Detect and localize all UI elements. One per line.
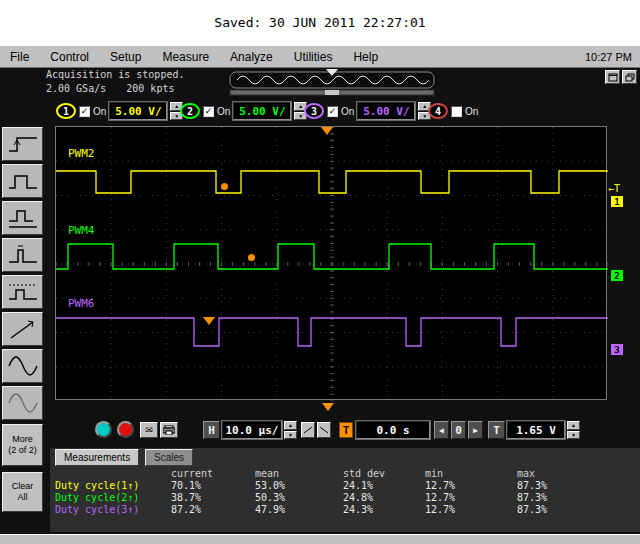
saved-text: Saved: 30 JUN 2011 22:27:01 — [214, 15, 425, 30]
timebase-value[interactable]: 10.0 µs/ — [222, 421, 282, 439]
trigger-pattern-button[interactable] — [2, 201, 43, 235]
acquisition-status: Acquisition is stopped. — [46, 69, 184, 80]
trigger-level-value[interactable]: 1.65 V — [507, 421, 565, 439]
time-reference-button[interactable]: T — [339, 422, 353, 438]
menu-help[interactable]: Help — [351, 49, 380, 65]
oscilloscope-screen: Saved: 30 JUN 2011 22:27:01 File Control… — [0, 0, 640, 544]
more-page-label: (2 of 2) — [8, 445, 37, 456]
channel-4-badge[interactable]: 4 — [428, 103, 448, 119]
menu-analyze[interactable]: Analyze — [228, 49, 275, 65]
channel-4-on-checkbox[interactable] — [451, 106, 462, 117]
ground-marker-ch3[interactable]: 3 — [611, 344, 623, 355]
channel-2-badge[interactable]: 2 — [180, 103, 200, 119]
print-button[interactable] — [160, 422, 178, 438]
value-stddev: 24.3% — [343, 504, 425, 516]
printer-icon — [163, 425, 175, 435]
more-button[interactable]: More (2 of 2) — [2, 424, 43, 466]
menu-setup[interactable]: Setup — [108, 49, 143, 65]
spinner-down-icon[interactable]: ▼ — [567, 431, 580, 440]
waveform-display: PWM2 PWM4 PWM6 — [55, 126, 607, 400]
col-min: min — [425, 468, 517, 480]
window-minimize-button[interactable] — [605, 70, 620, 84]
email-button[interactable]: ✉ — [140, 422, 158, 438]
channel-1-scale[interactable]: 5.00 V/ — [109, 102, 167, 120]
delay-right-button[interactable]: ▶ — [468, 421, 483, 439]
measurement-marker-ch3[interactable] — [203, 317, 215, 325]
trigger-pulse-button[interactable] — [2, 164, 43, 198]
trigger-edge-button[interactable] — [2, 127, 43, 161]
value-max: 87.3% — [517, 480, 635, 492]
delay-zero-button[interactable]: 0 — [451, 421, 466, 439]
zoom-out-button[interactable] — [301, 422, 315, 438]
zoom-in-icon — [319, 425, 329, 435]
trigger-glitch-button[interactable] — [2, 238, 43, 272]
delay-reference-marker[interactable] — [322, 403, 334, 411]
value-current: 70.1% — [171, 480, 255, 492]
value-mean: 50.3% — [255, 492, 343, 504]
channel-2-scale[interactable]: 5.00 V/ — [233, 102, 291, 120]
value-stddev: 24.1% — [343, 480, 425, 492]
clear-all-label: All — [17, 492, 27, 503]
timebase-spinner[interactable]: ▲ ▼ — [284, 421, 297, 439]
channel-4-number: 4 — [435, 106, 441, 117]
channel-4-controls: 4 On — [428, 100, 478, 122]
delay-value[interactable]: 0.0 s — [356, 421, 430, 439]
horizontal-menu-button[interactable]: H — [203, 421, 220, 439]
trigger-level-spinner[interactable]: ▲ ▼ — [567, 421, 580, 439]
trigger-runt-button[interactable] — [2, 275, 43, 309]
value-min: 12.7% — [425, 480, 517, 492]
value-max: 87.3% — [517, 492, 635, 504]
channel-2-on-checkbox[interactable]: ✓ — [203, 106, 214, 117]
spinner-up-icon[interactable]: ▲ — [567, 421, 580, 430]
menu-file[interactable]: File — [8, 49, 31, 65]
status-strip — [0, 534, 640, 544]
ground-marker-ch2[interactable]: 2 — [611, 270, 623, 281]
trace-label-pwm6: PWM6 — [68, 297, 95, 310]
scope-graticule-and-traces — [56, 127, 608, 401]
trigger-menu-button[interactable]: T — [488, 421, 505, 439]
runt-trigger-icon — [6, 279, 40, 305]
trigger-time-marker[interactable] — [321, 127, 333, 135]
channel-1-badge[interactable]: 1 — [56, 103, 76, 119]
check-icon: ✓ — [329, 107, 337, 116]
measurement-marker-ch1[interactable] — [221, 183, 228, 190]
measurements-table: current mean std dev min max Duty cycle(… — [55, 468, 635, 516]
sine-wave-dim-icon — [6, 390, 40, 416]
zoom-in-button[interactable] — [317, 422, 331, 438]
trace-label-pwm4: PWM4 — [68, 224, 95, 237]
run-button[interactable] — [95, 421, 112, 438]
trigger-level-marker[interactable]: ←T — [608, 183, 620, 194]
sample-rate-line: 2.00 GSa/s 200 kpts — [46, 83, 174, 94]
memory-depth: 200 kpts — [126, 83, 174, 94]
channel-1-on-checkbox[interactable]: ✓ — [79, 106, 90, 117]
delay-left-button[interactable]: ◀ — [434, 421, 449, 439]
channel-1-controls: 1 ✓ On 5.00 V/ ▲ ▼ — [56, 100, 183, 122]
ground-marker-ch1[interactable]: 1 — [611, 196, 623, 207]
window-restore-button[interactable] — [622, 70, 637, 84]
spinner-up-icon[interactable]: ▲ — [284, 421, 297, 430]
trigger-transition-button[interactable] — [2, 312, 43, 346]
table-row: Duty cycle(3↑) 87.2% 47.9% 24.3% 12.7% 8… — [55, 504, 635, 516]
menu-measure[interactable]: Measure — [160, 49, 211, 65]
check-icon: ✓ — [81, 107, 89, 116]
tab-scales[interactable]: Scales — [145, 449, 193, 466]
acquisition-preview-bar[interactable] — [229, 69, 435, 96]
channel-3-on-label: On — [341, 106, 354, 117]
waveform-sine-button[interactable] — [2, 349, 43, 383]
measurement-marker-ch2[interactable] — [248, 254, 255, 261]
channel-3-badge[interactable]: 3 — [304, 103, 324, 119]
channel-3-scale[interactable]: 5.00 V/ — [357, 102, 415, 120]
menu-utilities[interactable]: Utilities — [292, 49, 335, 65]
pattern-trigger-icon — [6, 205, 40, 231]
stop-button[interactable] — [117, 421, 134, 438]
measurement-label-ch2: Duty cycle(2↑) — [55, 492, 171, 504]
waveform-sine-dim-button[interactable] — [2, 386, 43, 420]
menu-control[interactable]: Control — [48, 49, 91, 65]
sample-rate: 2.00 GSa/s — [46, 83, 106, 94]
channel-3-on-checkbox[interactable]: ✓ — [327, 106, 338, 117]
value-min: 12.7% — [425, 492, 517, 504]
clear-all-button[interactable]: Clear All — [2, 472, 43, 512]
tab-measurements[interactable]: Measurements — [55, 449, 139, 466]
spinner-down-icon[interactable]: ▼ — [284, 431, 297, 440]
clock: 10:27 PM — [585, 51, 632, 63]
